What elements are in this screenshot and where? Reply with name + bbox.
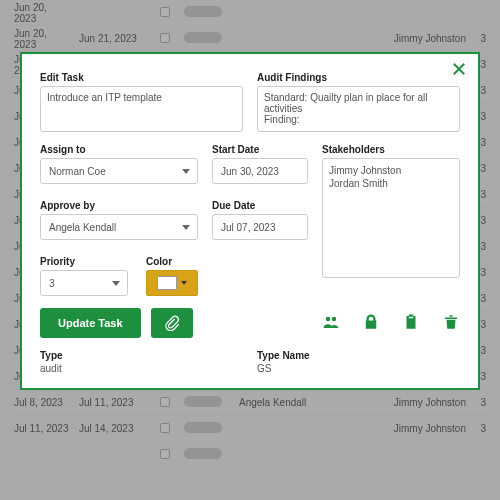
edit-task-input[interactable] bbox=[40, 86, 243, 132]
audit-findings-label: Audit Findings bbox=[257, 72, 460, 83]
edit-task-label: Edit Task bbox=[40, 72, 243, 83]
approve-by-label: Approve by bbox=[40, 200, 198, 211]
type-name-value: GS bbox=[257, 363, 460, 374]
people-button[interactable] bbox=[322, 313, 340, 333]
audit-findings-input[interactable] bbox=[257, 86, 460, 132]
stakeholders-label: Stakeholders bbox=[322, 144, 460, 155]
assign-to-label: Assign to bbox=[40, 144, 198, 155]
type-value: audit bbox=[40, 363, 243, 374]
priority-select[interactable] bbox=[40, 270, 128, 296]
approve-by-select[interactable] bbox=[40, 214, 198, 240]
trash-icon bbox=[442, 313, 460, 331]
color-swatch-icon bbox=[157, 276, 177, 290]
edit-task-modal: Edit Task Audit Findings Assign to Appro… bbox=[20, 52, 480, 390]
close-icon bbox=[450, 60, 468, 78]
update-task-button[interactable]: Update Task bbox=[40, 308, 141, 338]
attach-button[interactable] bbox=[151, 308, 193, 338]
list-item[interactable]: Jimmy Johnston bbox=[329, 165, 453, 176]
lock-button[interactable] bbox=[362, 313, 380, 333]
paperclip-icon bbox=[164, 315, 180, 331]
priority-label: Priority bbox=[40, 256, 128, 267]
type-label: Type bbox=[40, 350, 243, 361]
people-icon bbox=[322, 313, 340, 331]
due-date-input[interactable] bbox=[212, 214, 308, 240]
close-button[interactable] bbox=[450, 60, 468, 80]
list-item[interactable]: Jordan Smith bbox=[329, 178, 453, 189]
assign-to-select[interactable] bbox=[40, 158, 198, 184]
type-name-label: Type Name bbox=[257, 350, 460, 361]
color-label: Color bbox=[146, 256, 198, 267]
clipboard-button[interactable] bbox=[402, 313, 420, 333]
start-date-input[interactable] bbox=[212, 158, 308, 184]
color-picker[interactable] bbox=[146, 270, 198, 296]
clipboard-icon bbox=[402, 313, 420, 331]
lock-icon bbox=[362, 313, 380, 331]
due-date-label: Due Date bbox=[212, 200, 308, 211]
delete-button[interactable] bbox=[442, 313, 460, 333]
start-date-label: Start Date bbox=[212, 144, 308, 155]
stakeholders-list[interactable]: Jimmy JohnstonJordan Smith bbox=[322, 158, 460, 278]
